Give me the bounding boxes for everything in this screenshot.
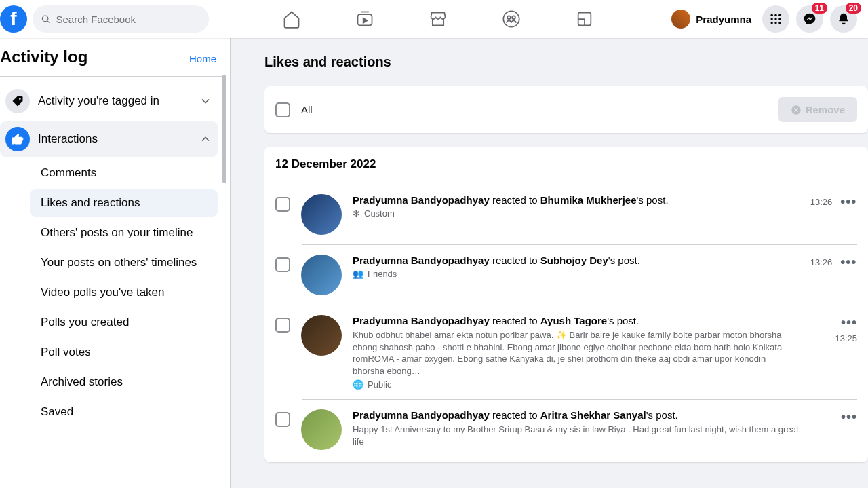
profile-chip[interactable]: Pradyumna: [667, 7, 755, 31]
sub-item-likes[interactable]: Likes and reactions: [30, 189, 218, 217]
more-options-icon[interactable]: •••: [841, 315, 857, 331]
sidebar: Activity log Home Activity you're tagged…: [0, 38, 231, 488]
avatar[interactable]: [301, 315, 342, 356]
privacy-indicator: 🌐Public: [353, 379, 799, 390]
log-body: Pradyumna Bandyopadhyay reacted to Ayush…: [353, 315, 799, 390]
all-label: All: [301, 104, 313, 115]
sidebar-label: Interactions: [38, 132, 191, 146]
svg-point-4: [512, 16, 515, 19]
marketplace-icon[interactable]: [429, 10, 448, 29]
log-time: 13:26: [810, 197, 833, 207]
svg-point-11: [778, 18, 781, 20]
gaming-icon[interactable]: [575, 10, 594, 29]
remove-button[interactable]: Remove: [778, 97, 857, 122]
notifications-badge: 20: [846, 3, 861, 14]
log-body: Pradyumna Bandyopadhyay reacted to Bhumi…: [353, 194, 799, 219]
sidebar-label: Activity you're tagged in: [38, 94, 191, 108]
privacy-icon: 👥: [353, 269, 363, 279]
log-headline: Pradyumna Bandyopadhyay reacted to Ayush…: [353, 315, 799, 326]
sub-item-archived[interactable]: Archived stories: [30, 369, 218, 396]
svg-point-14: [778, 22, 781, 24]
bulk-action-card: All Remove: [264, 86, 868, 133]
avatar: [671, 10, 690, 29]
remove-icon: [791, 105, 802, 115]
search-input[interactable]: [56, 14, 201, 25]
groups-icon[interactable]: [502, 10, 521, 29]
sidebar-item-interactions[interactable]: Interactions: [0, 121, 218, 157]
messenger-button[interactable]: 11: [796, 5, 823, 33]
log-item-trailing: ••• 13:25: [810, 315, 857, 343]
scrollbar-thumb[interactable]: [222, 75, 226, 183]
grid-icon: [769, 12, 783, 26]
log-item-trailing: •••: [810, 409, 857, 425]
log-body: Pradyumna Bandyopadhyay reacted to Subho…: [353, 255, 799, 279]
sidebar-title: Activity log: [0, 48, 87, 67]
chevron-down-icon: [199, 94, 212, 108]
log-body: Pradyumna Bandyopadhyay reacted to Aritr…: [353, 409, 799, 450]
home-icon[interactable]: [282, 10, 301, 29]
item-checkbox[interactable]: [275, 257, 290, 272]
sub-item-saved[interactable]: Saved: [30, 398, 218, 426]
watch-icon[interactable]: [355, 10, 374, 29]
main-content: Likes and reactions All Remove 12 Decemb…: [231, 0, 868, 462]
more-options-icon[interactable]: •••: [840, 255, 856, 270]
item-checkbox[interactable]: [275, 318, 290, 333]
log-headline: Pradyumna Bandyopadhyay reacted to Subho…: [353, 255, 799, 266]
log-item-trailing: 13:26 •••: [810, 194, 857, 210]
facebook-logo[interactable]: f: [0, 5, 27, 33]
log-item: Pradyumna Bandyopadhyay reacted to Subho…: [302, 245, 857, 305]
svg-point-10: [774, 18, 776, 20]
svg-point-2: [503, 11, 519, 26]
log-headline: Pradyumna Bandyopadhyay reacted to Aritr…: [353, 409, 799, 421]
sidebar-header: Activity log Home: [0, 48, 223, 77]
header-center-nav: [209, 10, 667, 29]
date-header: 12 December 2022: [275, 157, 857, 171]
sidebar-scrollbar[interactable]: [220, 75, 229, 224]
page-title: Likes and reactions: [264, 54, 868, 70]
log-time: 13:26: [810, 257, 833, 267]
select-all-checkbox[interactable]: [275, 102, 290, 117]
home-link[interactable]: Home: [189, 53, 216, 64]
activity-list-card: 12 December 2022 Pradyumna Bandyopadhyay…: [264, 147, 868, 462]
interactions-sublist: Comments Likes and reactions Others' pos…: [9, 159, 223, 426]
sidebar-item-tagged[interactable]: Activity you're tagged in: [0, 83, 218, 119]
log-item: Pradyumna Bandyopadhyay reacted to Bhumi…: [302, 185, 857, 245]
sub-item-comments[interactable]: Comments: [30, 159, 218, 187]
more-options-icon[interactable]: •••: [841, 409, 857, 425]
svg-point-0: [42, 16, 47, 21]
messenger-icon: [803, 12, 816, 26]
menu-button[interactable]: [762, 5, 789, 33]
svg-point-13: [774, 22, 776, 24]
sub-item-others-posts[interactable]: Others' posts on your timeline: [30, 219, 218, 246]
svg-point-15: [19, 98, 21, 100]
user-name-label: Pradyumna: [696, 14, 751, 25]
log-snippet: Khub odbhut bhabei amar ekta notun porib…: [353, 329, 799, 377]
sub-item-poll-votes[interactable]: Poll votes: [30, 339, 218, 366]
item-checkbox[interactable]: [275, 197, 290, 212]
sub-item-polls-created[interactable]: Polls you created: [30, 309, 218, 336]
avatar[interactable]: [301, 409, 342, 450]
svg-point-3: [507, 16, 511, 19]
item-checkbox[interactable]: [275, 412, 290, 427]
tag-icon: [5, 89, 30, 113]
log-item-trailing: 13:26 •••: [810, 255, 857, 270]
sub-item-your-posts[interactable]: Your posts on others' timelines: [30, 249, 218, 276]
log-snippet: Happy 1st Anniversary to my Brother Srir…: [353, 424, 799, 447]
privacy-indicator: ✻Custom: [353, 208, 799, 219]
log-time: 13:25: [835, 333, 857, 343]
more-options-icon[interactable]: •••: [840, 194, 856, 210]
sub-item-video-polls[interactable]: Video polls you've taken: [30, 279, 218, 306]
avatar[interactable]: [301, 255, 342, 295]
notifications-button[interactable]: 20: [830, 5, 857, 33]
avatar[interactable]: [301, 194, 342, 235]
svg-point-9: [771, 18, 773, 20]
messenger-badge: 11: [812, 3, 827, 14]
search-box[interactable]: [33, 5, 209, 33]
svg-point-6: [771, 14, 773, 16]
svg-point-12: [771, 22, 773, 24]
privacy-indicator: 👥Friends: [353, 269, 799, 279]
log-item: Pradyumna Bandyopadhyay reacted to Ayush…: [302, 305, 857, 400]
search-icon: [41, 14, 50, 24]
like-icon: [5, 127, 30, 151]
log-item: Pradyumna Bandyopadhyay reacted to Aritr…: [302, 400, 857, 459]
